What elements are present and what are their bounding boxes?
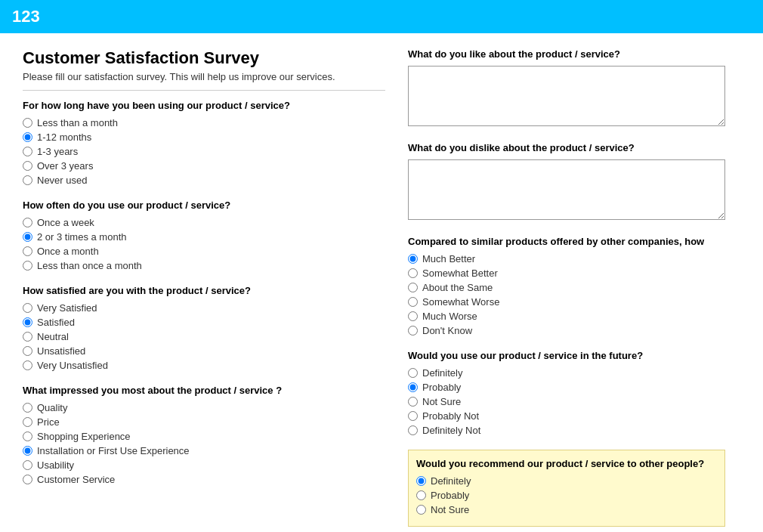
recommend-label: Would you recommend our product / servic… — [416, 458, 717, 469]
duration-option-4[interactable]: Over 3 years — [23, 160, 385, 172]
future-option-4[interactable]: Probably Not — [408, 410, 725, 422]
future-option-5[interactable]: Definitely Not — [408, 425, 725, 436]
impressed-label: What impressed you most about the produc… — [23, 385, 385, 396]
future-option-1[interactable]: Definitely — [408, 367, 725, 379]
future-use-label: Would you use our product / service in t… — [408, 350, 725, 361]
duration-option-3[interactable]: 1-3 years — [23, 146, 385, 157]
comparison-option-5[interactable]: Much Worse — [408, 311, 725, 322]
future-option-2[interactable]: Probably — [408, 382, 725, 393]
comparison-label: Compared to similar products offered by … — [408, 236, 725, 247]
like-section: What do you like about the product / ser… — [408, 48, 725, 128]
dislike-textarea[interactable] — [408, 159, 725, 220]
future-option-3[interactable]: Not Sure — [408, 396, 725, 407]
satisfaction-option-1[interactable]: Very Satisfied — [23, 302, 385, 314]
future-use-section: Would you use our product / service in t… — [408, 350, 725, 436]
satisfaction-section: How satisfied are you with the product /… — [23, 285, 385, 371]
impressed-option-1[interactable]: Quality — [23, 402, 385, 413]
impressed-section: What impressed you most about the produc… — [23, 385, 385, 485]
impressed-option-3[interactable]: Shopping Experience — [23, 431, 385, 442]
satisfaction-option-5[interactable]: Very Unsatisfied — [23, 360, 385, 371]
recommend-option-3[interactable]: Not Sure — [416, 504, 717, 515]
header: 123 — [0, 0, 763, 33]
dislike-section: What do you dislike about the product / … — [408, 142, 725, 222]
duration-option-5[interactable]: Never used — [23, 175, 385, 186]
satisfaction-option-2[interactable]: Satisfied — [23, 317, 385, 328]
impressed-option-2[interactable]: Price — [23, 416, 385, 428]
comparison-option-4[interactable]: Somewhat Worse — [408, 296, 725, 308]
usage-duration-section: For how long have you been using our pro… — [23, 100, 385, 186]
recommend-option-2[interactable]: Probably — [416, 490, 717, 501]
comparison-section: Compared to similar products offered by … — [408, 236, 725, 336]
duration-option-1[interactable]: Less than a month — [23, 117, 385, 128]
main-container: Customer Satisfaction Survey Please fill… — [0, 33, 763, 532]
survey-title: Customer Satisfaction Survey — [23, 48, 385, 68]
satisfaction-option-3[interactable]: Neutral — [23, 331, 385, 342]
logo: 123 — [12, 7, 40, 26]
impressed-option-4[interactable]: Installation or First Use Experience — [23, 445, 385, 456]
impressed-option-6[interactable]: Customer Service — [23, 474, 385, 485]
comparison-option-1[interactable]: Much Better — [408, 253, 725, 264]
duration-option-2[interactable]: 1-12 months — [23, 131, 385, 143]
like-textarea[interactable] — [408, 66, 725, 126]
frequency-option-4[interactable]: Less than once a month — [23, 260, 385, 271]
dislike-label: What do you dislike about the product / … — [408, 142, 725, 153]
frequency-option-3[interactable]: Once a month — [23, 246, 385, 257]
comparison-option-6[interactable]: Don't Know — [408, 325, 725, 336]
satisfaction-label: How satisfied are you with the product /… — [23, 285, 385, 296]
frequency-option-2[interactable]: 2 or 3 times a month — [23, 231, 385, 243]
usage-frequency-section: How often do you use our product / servi… — [23, 200, 385, 271]
impressed-option-5[interactable]: Usability — [23, 459, 385, 471]
frequency-option-1[interactable]: Once a week — [23, 217, 385, 228]
comparison-option-2[interactable]: Somewhat Better — [408, 268, 725, 279]
right-column: What do you like about the product / ser… — [408, 48, 725, 532]
recommend-section: Would you recommend our product / servic… — [408, 450, 725, 527]
usage-duration-label: For how long have you been using our pro… — [23, 100, 385, 111]
usage-frequency-label: How often do you use our product / servi… — [23, 200, 385, 211]
comparison-option-3[interactable]: About the Same — [408, 282, 725, 293]
left-column: Customer Satisfaction Survey Please fill… — [23, 48, 385, 532]
satisfaction-option-4[interactable]: Unsatisfied — [23, 345, 385, 357]
survey-subtitle: Please fill our satisfaction survey. Thi… — [23, 71, 385, 91]
like-label: What do you like about the product / ser… — [408, 48, 725, 60]
recommend-option-1[interactable]: Definitely — [416, 475, 717, 487]
